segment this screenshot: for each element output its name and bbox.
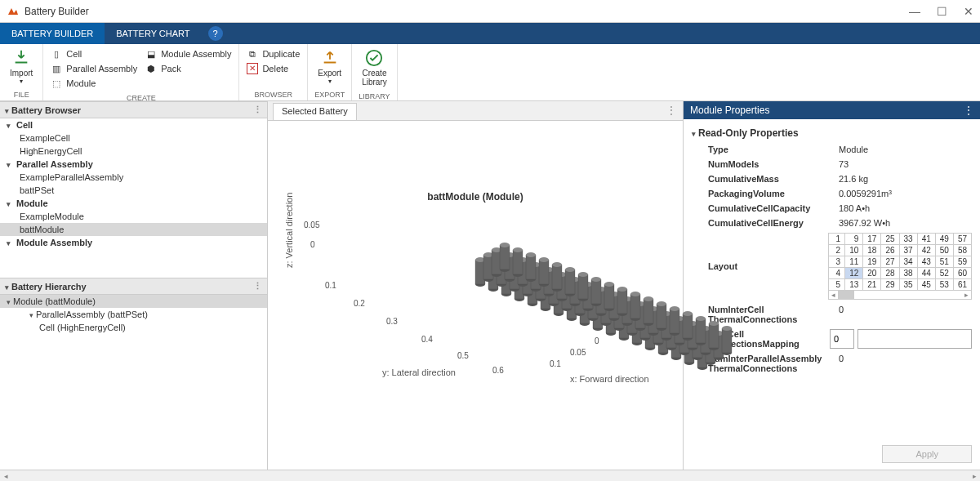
- svg-point-198: [644, 296, 653, 301]
- panel-menu-icon[interactable]: ⋮: [253, 281, 262, 292]
- create-module-button[interactable]: ⬚Module: [48, 77, 140, 90]
- layout-cell[interactable]: 51: [935, 256, 953, 268]
- layout-cell[interactable]: 17: [863, 234, 881, 245]
- layout-cell[interactable]: 28: [881, 268, 899, 279]
- tree-cat-module[interactable]: Module: [0, 197, 267, 210]
- layout-cell[interactable]: 12: [845, 268, 863, 279]
- tree-item-examplemodule[interactable]: ExampleModule: [0, 210, 267, 223]
- create-pack-button[interactable]: ⬢Pack: [143, 62, 234, 75]
- tree-cat-cell[interactable]: Cell: [0, 118, 267, 131]
- layout-cell[interactable]: 37: [899, 245, 917, 256]
- layout-cell[interactable]: 50: [935, 245, 953, 256]
- intercell-mapping-input[interactable]: [830, 329, 854, 349]
- readonly-section-header[interactable]: Read-Only Properties: [692, 124, 972, 142]
- panel-menu-icon[interactable]: ⋮: [660, 101, 683, 120]
- layout-cell[interactable]: 52: [935, 268, 953, 279]
- layout-cell[interactable]: 58: [953, 245, 971, 256]
- scroll-left-icon[interactable]: ◂: [829, 291, 838, 299]
- layout-cell[interactable]: 1: [829, 234, 845, 245]
- tree-item-exampleparallel[interactable]: ExampleParallelAssembly: [0, 171, 267, 184]
- layout-cell[interactable]: 38: [899, 268, 917, 279]
- module-icon: ⬚: [51, 78, 62, 89]
- tree-item-battpset[interactable]: battPSet: [0, 184, 267, 197]
- layout-cell[interactable]: 10: [845, 245, 863, 256]
- chart-area[interactable]: battModule (Module) z: Vertical directio…: [268, 121, 683, 470]
- y-axis-label: y: Lateral direction: [382, 367, 456, 377]
- layout-cell[interactable]: 13: [845, 279, 863, 291]
- layout-cell[interactable]: 53: [935, 279, 953, 291]
- import-button[interactable]: Import ▾: [5, 47, 38, 87]
- hierarchy-parallel[interactable]: ParallelAssembly (battPSet): [0, 308, 267, 321]
- layout-grid[interactable]: 1917253341495721018263742505831119273443…: [828, 233, 972, 291]
- layout-cell[interactable]: 20: [863, 268, 881, 279]
- svg-point-177: [552, 262, 562, 267]
- battery-browser-title: Battery Browser: [11, 105, 81, 115]
- horizontal-scrollbar[interactable]: ◂ ▸: [0, 470, 980, 481]
- layout-cell[interactable]: 3: [829, 256, 845, 268]
- layout-cell[interactable]: 41: [917, 234, 935, 245]
- layout-cell[interactable]: 44: [917, 268, 935, 279]
- intercell-mapping-input2[interactable]: [858, 329, 972, 349]
- hierarchy-root[interactable]: Module (battModule): [0, 295, 267, 308]
- create-parallel-button[interactable]: ▥Parallel Assembly: [48, 62, 140, 75]
- layout-cell[interactable]: 29: [881, 279, 899, 291]
- prop-cumulativemass: CumulativeMass21.6 kg: [692, 171, 972, 186]
- collapse-caret-icon[interactable]: [5, 105, 11, 115]
- minimize-button[interactable]: —: [909, 5, 920, 18]
- layout-cell[interactable]: 42: [917, 245, 935, 256]
- layout-cell[interactable]: 61: [953, 279, 971, 291]
- svg-point-216: [722, 326, 732, 331]
- layout-cell[interactable]: 34: [899, 256, 917, 268]
- panel-menu-icon[interactable]: ⋮: [253, 105, 262, 115]
- layout-cell[interactable]: 11: [845, 256, 863, 268]
- layout-cell[interactable]: 18: [863, 245, 881, 256]
- tree-cat-moduleassembly[interactable]: Module Assembly: [0, 236, 267, 249]
- layout-cell[interactable]: 4: [829, 268, 845, 279]
- pack-icon: ⬢: [145, 63, 157, 74]
- layout-cell[interactable]: 49: [935, 234, 953, 245]
- scroll-right-icon[interactable]: ▸: [962, 291, 971, 299]
- create-library-button[interactable]: Create Library: [357, 47, 392, 88]
- scroll-right-icon[interactable]: ▸: [969, 472, 980, 480]
- layout-cell[interactable]: 27: [881, 256, 899, 268]
- layout-cell[interactable]: 60: [953, 268, 971, 279]
- tree-cat-parallel[interactable]: Parallel Assembly: [0, 158, 267, 171]
- tree-item-highenergycell[interactable]: HighEnergyCell: [0, 145, 267, 158]
- layout-cell[interactable]: 19: [863, 256, 881, 268]
- layout-cell[interactable]: 25: [881, 234, 899, 245]
- create-module-assembly-button[interactable]: ⬓Module Assembly: [143, 47, 234, 60]
- tab-selected-battery[interactable]: Selected Battery: [273, 103, 357, 120]
- duplicate-button[interactable]: ⧉Duplicate: [244, 47, 302, 60]
- layout-cell[interactable]: 21: [863, 279, 881, 291]
- tree-item-battmodule[interactable]: battModule: [0, 223, 267, 236]
- layout-cell[interactable]: 9: [845, 234, 863, 245]
- layout-cell[interactable]: 35: [899, 279, 917, 291]
- tab-battery-builder[interactable]: BATTERY BUILDER: [0, 23, 105, 44]
- layout-cell[interactable]: 26: [881, 245, 899, 256]
- apply-button[interactable]: Apply: [882, 445, 972, 463]
- export-button[interactable]: Export ▾: [313, 47, 346, 87]
- panel-menu-icon[interactable]: ⋮: [964, 105, 973, 116]
- scroll-left-icon[interactable]: ◂: [0, 472, 11, 480]
- battery-hierarchy-tree: Module (battModule) ParallelAssembly (ba…: [0, 295, 267, 470]
- layout-cell[interactable]: 33: [899, 234, 917, 245]
- delete-button[interactable]: ✕Delete: [244, 62, 302, 75]
- layout-cell[interactable]: 59: [953, 256, 971, 268]
- layout-cell[interactable]: 43: [917, 256, 935, 268]
- close-button[interactable]: ✕: [964, 5, 973, 18]
- layout-cell[interactable]: 57: [953, 234, 971, 245]
- y-tick: 0.2: [354, 299, 365, 308]
- prop-type: TypeModule: [692, 142, 972, 157]
- maximize-button[interactable]: ☐: [937, 5, 947, 18]
- layout-cell[interactable]: 45: [917, 279, 935, 291]
- help-button[interactable]: ?: [208, 26, 223, 41]
- create-cell-button[interactable]: ▯Cell: [48, 47, 140, 60]
- svg-rect-194: [630, 294, 640, 318]
- collapse-caret-icon[interactable]: [5, 282, 11, 292]
- tree-item-examplecell[interactable]: ExampleCell: [0, 131, 267, 145]
- layout-cell[interactable]: 2: [829, 245, 845, 256]
- layout-cell[interactable]: 5: [829, 279, 845, 291]
- hierarchy-cell[interactable]: Cell (HighEnergyCell): [0, 321, 267, 334]
- check-icon: [365, 49, 383, 67]
- tab-battery-chart[interactable]: BATTERY CHART: [105, 23, 201, 44]
